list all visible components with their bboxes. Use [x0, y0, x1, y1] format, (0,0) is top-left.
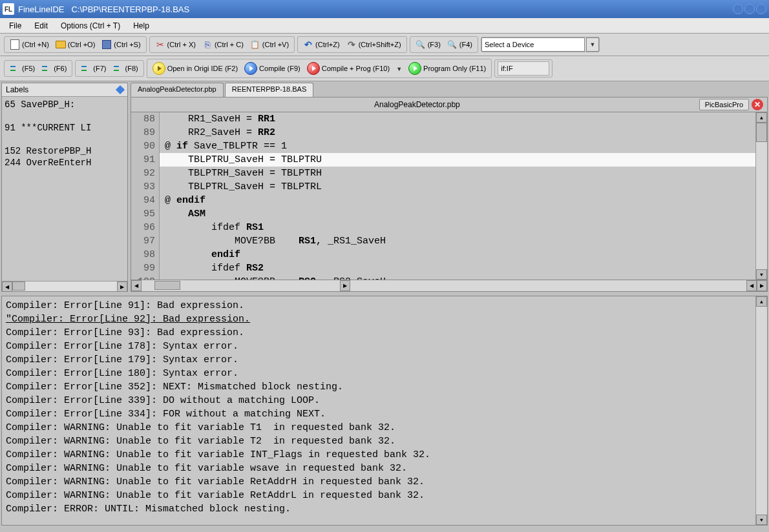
open-button[interactable]: (Ctrl +O): [53, 38, 98, 51]
output-line[interactable]: Compiler: Error[Line 178]: Syntax error.: [6, 340, 763, 353]
scroll-right-icon[interactable]: ▶: [340, 280, 350, 291]
paste-button[interactable]: (Ctrl +V): [248, 38, 291, 51]
output-line[interactable]: Compiler: Error[Line 93]: Bad expression…: [6, 326, 763, 340]
scroll-down-icon[interactable]: ▼: [756, 269, 767, 280]
find-button[interactable]: (F3): [413, 38, 443, 51]
cut-button[interactable]: (Ctrl + X): [153, 38, 198, 51]
scroll-left-icon[interactable]: ◀: [746, 280, 757, 291]
step-f8-button[interactable]: (F8): [111, 62, 141, 75]
scroll-left-icon[interactable]: ◀: [2, 281, 12, 292]
scroll-up-icon[interactable]: ▲: [756, 296, 767, 307]
close-button[interactable]: [756, 4, 766, 14]
save-button[interactable]: (Ctrl +S): [99, 38, 143, 51]
search-icon: [416, 39, 426, 50]
if-box[interactable]: if:IF: [498, 61, 549, 76]
sidebar-item[interactable]: 244 OverReEnterH: [5, 158, 125, 168]
code-line[interactable]: MOVE?BB RS2, RS2 SaveH: [160, 275, 755, 280]
output-line[interactable]: Compiler: Error[Line 91]: Bad expression…: [6, 299, 763, 312]
code-line[interactable]: @ if Save_TBLPTR == 1: [160, 139, 755, 153]
sidebar-item[interactable]: [5, 111, 125, 121]
play-icon: [307, 62, 320, 75]
editor-area: AnalogPeakDetector.pbpREENTERPBP-18.BAS …: [131, 83, 768, 292]
menu-options[interactable]: Options (Ctrl + T): [56, 19, 125, 32]
sidebar-item[interactable]: 91 ***CURRENT LI: [5, 123, 125, 133]
code-line[interactable]: ASM: [160, 207, 755, 221]
scroll-up-icon[interactable]: ▲: [756, 112, 767, 123]
menu-edit[interactable]: Edit: [29, 19, 53, 32]
output-line[interactable]: Compiler: Error[Line 180]: Syntax error.: [6, 367, 763, 380]
app-icon: FL: [3, 3, 14, 15]
output-panel[interactable]: Compiler: Error[Line 91]: Bad expression…: [1, 296, 768, 526]
scroll-left-icon[interactable]: ◀: [131, 280, 142, 291]
output-line[interactable]: Compiler: WARNING: Unable to fit variabl…: [6, 435, 763, 448]
output-line[interactable]: Compiler: Error[Line 339]: DO without a …: [6, 394, 763, 407]
code-line[interactable]: @ endif: [160, 194, 755, 207]
output-line[interactable]: Compiler: WARNING: Unable to fit variabl…: [6, 475, 763, 489]
output-line[interactable]: Compiler: Error[Line 334]: FOR without a…: [6, 407, 763, 421]
app-title: FineLineIDE C:\PBP\REENTERPBP-18.BAS: [18, 5, 189, 14]
play-icon: [244, 62, 257, 75]
main-area: Labels 65 SavePBP_H: 91 ***CURRENT LI 15…: [0, 81, 769, 293]
code-line[interactable]: TBLPTRL_SaveH = TBLPTRL: [160, 180, 755, 194]
find-next-button[interactable]: (F4): [445, 38, 475, 51]
code-lines[interactable]: RR1_SaveH = RR1 RR2_SaveH = RR2@ if Save…: [160, 112, 755, 280]
scroll-right-icon[interactable]: ▶: [117, 281, 127, 292]
new-button[interactable]: (Ctrl +N): [7, 38, 52, 51]
scroll-thumb[interactable]: [154, 281, 180, 290]
dropdown-icon[interactable]: [394, 64, 405, 73]
output-line[interactable]: Compiler: Error[Line 179]: Syntax error.: [6, 353, 763, 367]
menu-file[interactable]: File: [4, 19, 26, 32]
sidebar-header[interactable]: Labels: [2, 83, 127, 97]
output-line[interactable]: Compiler: WARNING: Unable to fit variabl…: [6, 421, 763, 435]
copy-icon: [202, 39, 213, 50]
scroll-down-icon[interactable]: ▼: [756, 515, 767, 525]
device-select[interactable]: Select a Device: [481, 37, 585, 52]
program-only-button[interactable]: Program Only (F11): [406, 61, 489, 76]
language-badge[interactable]: PicBasicPro: [699, 99, 749, 110]
output-line[interactable]: "Compiler: Error[Line 92]: Bad expressio…: [6, 312, 763, 326]
close-tab-button[interactable]: ✕: [752, 99, 763, 110]
code-line[interactable]: TBLPTRH_SaveH = TBLPTRH: [160, 167, 755, 180]
output-vscroll[interactable]: ▲ ▼: [755, 296, 767, 525]
editor-tab[interactable]: REENTERPBP-18.BAS: [225, 83, 314, 97]
code-line[interactable]: MOVE?BB RS1, _RS1_SaveH: [160, 234, 755, 248]
redo-button[interactable]: (Ctrl+Shift+Z): [344, 38, 404, 51]
step-f6-button[interactable]: (F6): [39, 62, 69, 75]
code-area[interactable]: 888990919293949596979899100 RR1_SaveH = …: [131, 112, 768, 280]
step-f5-button[interactable]: (F5): [7, 62, 37, 75]
sidebar-content[interactable]: 65 SavePBP_H: 91 ***CURRENT LI 152 Resto…: [2, 97, 127, 281]
output-line[interactable]: Compiler: Error[Line 352]: NEXT: Mismatc…: [6, 380, 763, 394]
code-line[interactable]: endif: [160, 248, 755, 261]
output-line[interactable]: Compiler: ERROR: UNTIL: Mismatched block…: [6, 502, 763, 516]
copy-button[interactable]: (Ctrl + C): [200, 38, 246, 51]
undo-button[interactable]: (Ctrl+Z): [300, 38, 342, 51]
step-f7-button[interactable]: (F7): [78, 62, 109, 75]
editor-header: AnalogPeakDetector.pbp PicBasicPro ✕: [131, 97, 768, 112]
scroll-thumb[interactable]: [756, 123, 767, 142]
output-line[interactable]: Compiler: WARNING: Unable to fit variabl…: [6, 489, 763, 502]
sidebar-item[interactable]: 65 SavePBP_H:: [5, 99, 125, 110]
code-line[interactable]: RR2_SaveH = RR2: [160, 126, 755, 139]
sidebar-item[interactable]: [5, 134, 125, 145]
step-icon: [42, 65, 51, 72]
editor-tab[interactable]: AnalogPeakDetector.pbp: [131, 83, 224, 97]
editor-hscroll[interactable]: ◀ ▶ ◀ ▶: [131, 280, 768, 292]
code-line[interactable]: ifdef RS1: [160, 221, 755, 234]
scroll-thumb[interactable]: [12, 281, 25, 291]
open-ide-button[interactable]: Open in Origi IDE (F2): [150, 61, 240, 76]
editor-vscroll[interactable]: ▲ ▼: [755, 112, 767, 280]
output-line[interactable]: Compiler: WARNING: Unable to fit variabl…: [6, 448, 763, 462]
code-line[interactable]: TBLPTRU_SaveH = TBLPTRU: [160, 153, 755, 167]
compile-prog-button[interactable]: Compile + Prog (F10): [304, 61, 392, 76]
output-line[interactable]: Compiler: WARNING: Unable to fit variabl…: [6, 462, 763, 475]
minimize-button[interactable]: [733, 4, 743, 14]
device-dropdown-button[interactable]: [586, 37, 599, 52]
scroll-right-icon[interactable]: ▶: [757, 280, 767, 291]
maximize-button[interactable]: [744, 4, 755, 14]
code-line[interactable]: ifdef RS2: [160, 261, 755, 275]
sidebar-hscroll[interactable]: ◀ ▶: [2, 281, 127, 291]
menu-help[interactable]: Help: [128, 19, 154, 32]
code-line[interactable]: RR1_SaveH = RR1: [160, 112, 755, 126]
sidebar-item[interactable]: 152 RestorePBP_H: [5, 146, 125, 156]
compile-button[interactable]: Compile (F9): [242, 61, 303, 76]
